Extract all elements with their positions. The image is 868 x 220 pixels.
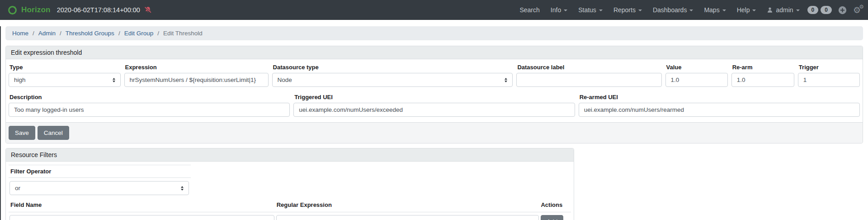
up-down-arrows-icon (181, 186, 184, 191)
threshold-form-footer: Save Cancel (6, 122, 863, 143)
field-name-column-header: Field Name (10, 201, 275, 208)
rearmed-uei-field-group: Re-armed UEI (579, 90, 860, 117)
rearm-label: Re-arm (732, 64, 793, 71)
breadcrumb-separator: / (33, 30, 34, 37)
expression-label: Expression (125, 64, 268, 71)
rearm-input[interactable] (731, 73, 794, 87)
description-input[interactable] (9, 103, 290, 117)
breadcrumb: Home / Admin / Threshold Groups / Edit G… (5, 26, 863, 40)
threshold-form: Type high Expression Datasource type Nod… (6, 59, 863, 122)
expression-field-group: Expression (124, 60, 269, 87)
datasource-type-field-group: Datasource type Node (272, 60, 513, 87)
page-content: Home / Admin / Threshold Groups / Edit G… (0, 26, 868, 220)
nav-item-label: Help (737, 6, 750, 14)
breadcrumb-home[interactable]: Home (12, 30, 28, 37)
type-select-value: high (14, 77, 26, 83)
rearmed-uei-input[interactable] (579, 103, 860, 117)
triggered-uei-label: Triggered UEI (294, 94, 574, 100)
gears-icon[interactable]: ⚙⚙ (853, 6, 861, 14)
filters-table-header: Field Name Regular Expression Actions (9, 201, 571, 212)
card-title: Edit expression threshold (6, 46, 863, 59)
nav-item-dashboards[interactable]: Dashboards (647, 6, 699, 14)
top-navbar: Horizon 2020-06-02T17:08:14+00:00 Search… (0, 0, 868, 20)
regular-expression-column-header: Regular Expression (277, 201, 539, 208)
filter-operator-select[interactable]: or (9, 181, 189, 195)
nav-item-search[interactable]: Search (514, 6, 545, 14)
nav-item-label: Maps (704, 6, 719, 14)
chevron-down-icon (638, 10, 642, 11)
trigger-field-group: Trigger (798, 60, 860, 87)
edit-threshold-card: Edit expression threshold Type high Expr… (5, 46, 863, 143)
datasource-type-select-value: Node (278, 77, 292, 83)
breadcrumb-edit-group[interactable]: Edit Group (124, 30, 154, 37)
actions-column-header: Actions (541, 201, 569, 208)
rearmed-uei-label: Re-armed UEI (580, 94, 859, 100)
notification-count-badge[interactable]: 0 (807, 6, 819, 14)
notices-off-icon[interactable] (144, 6, 152, 14)
trigger-input[interactable] (798, 73, 860, 87)
resource-filters-body: Filter Operator or Field Name Regular Ex… (6, 162, 574, 220)
datasource-type-select[interactable]: Node (272, 73, 513, 87)
datasource-type-label: Datasource type (273, 64, 512, 71)
filters-table: Field Name Regular Expression Actions Ad… (9, 201, 571, 220)
outage-count-badge[interactable]: 0 (821, 6, 832, 14)
triggered-uei-field-group: Triggered UEI (293, 90, 575, 117)
type-select[interactable]: high (9, 73, 121, 87)
field-name-input[interactable] (9, 215, 274, 220)
chevron-down-icon (796, 10, 800, 11)
nav-item-label: Search (519, 6, 539, 14)
value-field-group: Value (665, 60, 728, 87)
chevron-down-icon (599, 10, 603, 11)
nav-item-info[interactable]: Info (545, 6, 573, 14)
up-down-arrows-icon (505, 78, 507, 82)
filter-operator-label: Filter Operator (9, 165, 191, 178)
nav-item-label: Reports (613, 6, 636, 14)
chevron-down-icon (689, 10, 693, 11)
card-title: Resource Filters (6, 148, 574, 162)
filter-operator-select-value: or (15, 185, 20, 191)
description-field-group: Description (9, 90, 290, 117)
nav-item-help[interactable]: Help (731, 6, 762, 14)
up-down-arrows-icon (113, 78, 115, 82)
add-filter-button[interactable]: Add (541, 215, 563, 220)
resource-filters-card: Resource Filters Filter Operator or Fiel… (5, 148, 574, 220)
nav-item-reports[interactable]: Reports (608, 6, 647, 14)
nav-item-label: Dashboards (653, 6, 687, 14)
triggered-uei-input[interactable] (293, 103, 575, 117)
breadcrumb-separator: / (60, 30, 61, 37)
new-filter-row: Add (9, 212, 571, 220)
plus-circle-icon[interactable] (838, 6, 847, 14)
regular-expression-input[interactable] (276, 215, 539, 220)
expression-input[interactable] (124, 73, 269, 87)
nav-item-maps[interactable]: Maps (698, 6, 731, 14)
nav-item-label: Info (551, 6, 561, 14)
user-icon (767, 7, 773, 13)
server-timestamp: 2020-06-02T17:08:14+00:00 (57, 6, 140, 14)
navbar-menu: Search Info Status Reports Dashboards Ma… (514, 6, 861, 14)
datasource-label-input[interactable] (516, 73, 661, 87)
brand-link[interactable]: Horizon (7, 5, 51, 15)
nav-item-admin[interactable]: admin (761, 6, 805, 14)
breadcrumb-edit-threshold: Edit Threshold (163, 30, 203, 37)
chevron-down-icon (752, 10, 756, 11)
value-label: Value (666, 64, 727, 71)
value-input[interactable] (665, 73, 728, 87)
nav-item-label: admin (776, 6, 793, 14)
breadcrumb-separator: / (157, 30, 159, 37)
save-button[interactable]: Save (9, 126, 35, 140)
nav-item-status[interactable]: Status (573, 6, 608, 14)
chevron-down-icon (564, 10, 567, 11)
description-label: Description (9, 94, 289, 100)
datasource-label-field-group: Datasource label (516, 60, 661, 87)
brand-name: Horizon (21, 5, 51, 14)
breadcrumb-threshold-groups[interactable]: Threshold Groups (66, 30, 114, 37)
type-label: Type (9, 64, 120, 71)
datasource-label-label: Datasource label (517, 64, 660, 71)
breadcrumb-separator: / (118, 30, 120, 37)
breadcrumb-admin[interactable]: Admin (38, 30, 56, 37)
type-field-group: Type high (9, 60, 121, 87)
nav-item-label: Status (578, 6, 596, 14)
trigger-label: Trigger (799, 64, 859, 71)
cancel-button[interactable]: Cancel (38, 126, 69, 140)
chevron-down-icon (722, 10, 726, 11)
